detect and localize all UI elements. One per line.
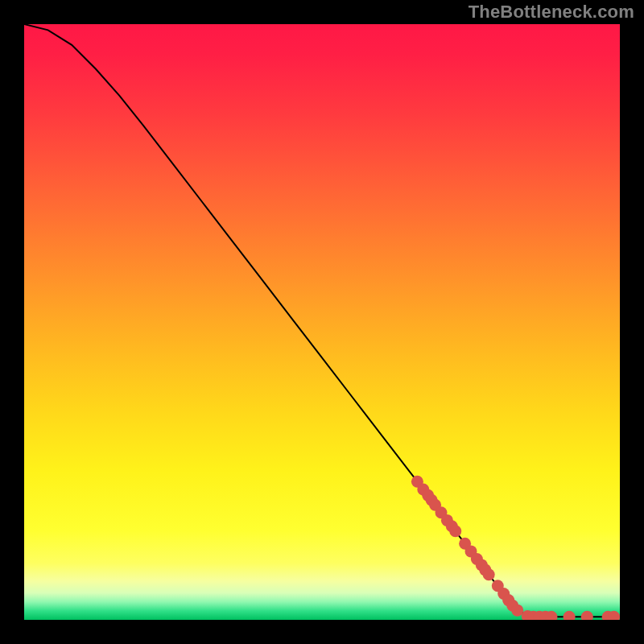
chart-stage: TheBottleneck.com [0,0,644,644]
data-marker [449,525,461,537]
data-marker [511,605,523,617]
data-marker [483,568,495,580]
chart-plot [24,24,620,620]
gradient-background [24,24,620,620]
chart-svg [24,24,620,620]
watermark-text: TheBottleneck.com [469,2,634,23]
